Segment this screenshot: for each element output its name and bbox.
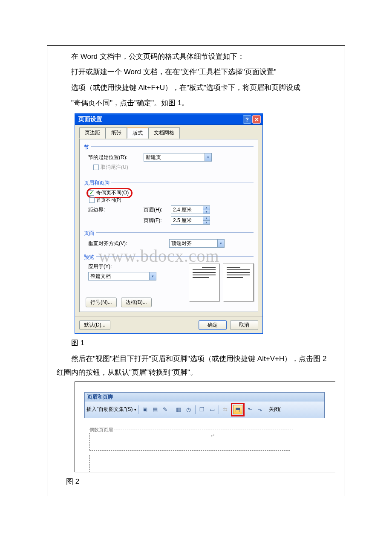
format-page-number-icon[interactable]: ✎ [161, 405, 170, 414]
preview-area [189, 263, 254, 301]
apply-to-label: 应用于(Y): [84, 263, 161, 270]
diff-odd-even-label: 奇偶页不同(O) [96, 189, 129, 197]
dialog-title: 页面设置 [78, 116, 102, 123]
section-start-select[interactable]: 新建页 ▾ [144, 153, 212, 162]
paragraph-3: 选项（或使用快捷键 Alt+F+U），在"板式"选项卡下，将页眉和页脚设成 [57, 81, 335, 95]
suppress-endnotes-checkbox[interactable] [93, 165, 99, 170]
highlight-switch-button: ⬒ [231, 403, 245, 416]
valign-label: 垂直对齐方式(V): [84, 240, 169, 247]
chevron-down-icon: ▾ [205, 153, 211, 161]
paragraph-marker-icon: ↵ [90, 433, 335, 441]
preview-page-right [223, 263, 254, 301]
diff-odd-even-checkbox[interactable]: ✓ [89, 190, 94, 196]
help-icon[interactable]: ? [243, 115, 251, 124]
default-button[interactable]: 默认(D)... [79, 320, 110, 330]
chevron-up-icon[interactable]: ▲ [203, 206, 210, 210]
preview-page-left [189, 263, 219, 301]
insert-time-icon[interactable]: ◷ [184, 405, 193, 414]
paragraph-2: 打开或新建一个 Word 文档，在在"文件"工具栏下选择"页面设置" [57, 65, 335, 79]
close-hf-button[interactable]: 关闭( [269, 406, 281, 413]
paragraph-5: 然后在"视图"栏目下打开"页眉和页脚"选项（或使用快捷键 Alt+V+H），点击… [57, 352, 335, 380]
close-icon[interactable]: ✕ [252, 115, 261, 124]
chevron-down-icon: ▾ [149, 272, 156, 280]
apply-to-select[interactable]: 整篇文档 ▾ [88, 272, 156, 280]
chevron-down-icon[interactable]: ▼ [203, 210, 210, 214]
tab-margins[interactable]: 页边距 [79, 127, 106, 139]
group-page: 页面 [84, 230, 94, 237]
chevron-down-icon[interactable]: ▼ [203, 220, 210, 225]
group-section: 节 [84, 144, 89, 151]
chevron-up-icon[interactable]: ▲ [203, 217, 210, 220]
insert-date-icon[interactable]: ▥ [174, 405, 183, 414]
page-setup-dialog: www.bdocx.com 页面设置 ? ✕ 页边距 纸张 版式 文档网格 节 … [75, 113, 263, 334]
figure-2-box: 页眉和页脚 插入"自动图文集"(S) ▾ ▣ ▤ ✎ ▥ ◷ ❐ ▭ ⇆ [75, 382, 335, 472]
cancel-button[interactable]: 取消 [230, 320, 258, 330]
paragraph-4: "奇偶页不同"，点击"确定"。如图 1。 [57, 96, 335, 110]
ok-button[interactable]: 确定 [199, 320, 227, 330]
tab-layout[interactable]: 版式 [127, 127, 148, 139]
header-label: 页眉(H): [144, 206, 171, 214]
hf-toolbar-title: 页眉和页脚 [85, 393, 324, 402]
same-as-previous-icon[interactable]: ⇆ [221, 405, 230, 414]
dialog-tabs: 页边距 纸张 版式 文档网格 [79, 127, 258, 139]
diff-first-page-checkbox[interactable] [89, 197, 95, 203]
insert-pages-icon[interactable]: ▤ [150, 405, 160, 414]
footer-distance-input[interactable]: 2.5 厘米 ▲▼ [171, 216, 210, 225]
section-start-label: 节的起始位置(R): [84, 154, 144, 161]
valign-select[interactable]: 顶端对齐 ▾ [169, 239, 225, 248]
group-header-footer: 页眉和页脚 [84, 179, 110, 187]
from-edge-label: 距边界: [84, 206, 144, 214]
group-preview: 预览 [84, 254, 94, 261]
show-hide-text-icon[interactable]: ▭ [208, 405, 217, 414]
show-next-icon[interactable]: ⬎ [256, 405, 265, 414]
diff-first-page-label: 首页不同(P) [96, 197, 121, 203]
page-setup-icon[interactable]: ❐ [197, 405, 207, 414]
borders-button[interactable]: 边框(B)... [121, 298, 152, 307]
dialog-titlebar[interactable]: 页面设置 ? ✕ [75, 114, 262, 125]
footer-label: 页脚(F): [144, 217, 171, 224]
chevron-down-icon: ▾ [217, 240, 224, 247]
paragraph-1: 在 Word 文档中，公文页码的格式具体细节设置如下： [57, 50, 335, 64]
figure-1-caption: 图 1 [57, 338, 335, 348]
document-frame: 在 Word 文档中，公文页码的格式具体细节设置如下： 打开或新建一个 Word… [47, 45, 345, 496]
tab-grid[interactable]: 文档网格 [148, 127, 180, 139]
tab-paper[interactable]: 纸张 [106, 127, 127, 139]
figure-2-caption: 图 2 [57, 477, 335, 486]
insert-page-number-icon[interactable]: ▣ [140, 405, 150, 414]
suppress-endnotes-label: 取消尾注(U) [101, 164, 128, 171]
even-header-label: 偶数页页眉 [89, 427, 114, 433]
header-distance-input[interactable]: 2.4 厘米 ▲▼ [171, 205, 210, 214]
switch-header-footer-icon[interactable]: ⬒ [233, 405, 242, 414]
show-previous-icon[interactable]: ⬑ [245, 405, 255, 414]
header-footer-toolbar[interactable]: 页眉和页脚 插入"自动图文集"(S) ▾ ▣ ▤ ✎ ▥ ◷ ❐ ▭ ⇆ [84, 392, 325, 418]
line-numbers-button[interactable]: 行号(N)... [86, 298, 117, 307]
autotext-menu[interactable]: 插入"自动图文集"(S) ▾ [86, 406, 136, 413]
